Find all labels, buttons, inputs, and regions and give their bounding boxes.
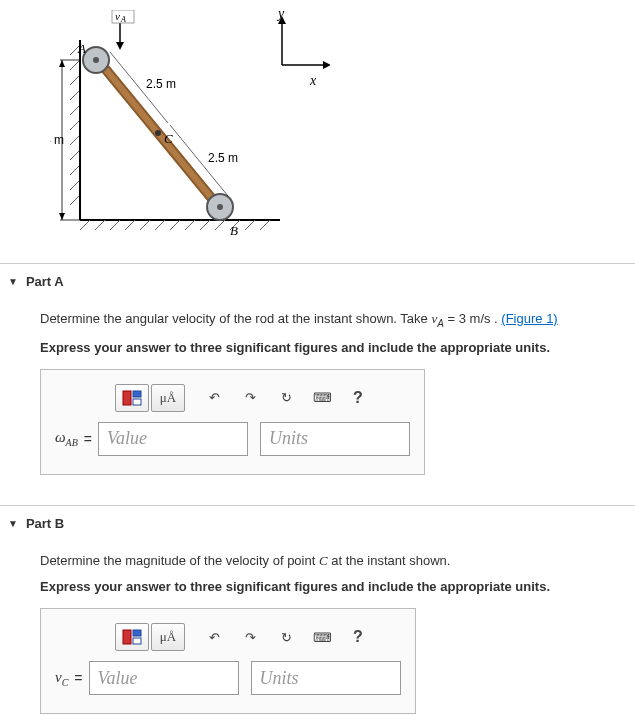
part-a-units-input[interactable]: Units <box>260 422 410 456</box>
part-b-container: ▼ Part B Determine the magnitude of the … <box>0 505 635 724</box>
part-a-container: ▼ Part A Determine the angular velocity … <box>0 263 635 495</box>
svg-marker-44 <box>59 60 65 67</box>
units-button[interactable]: μÅ <box>151 384 185 412</box>
units-button[interactable]: μÅ <box>151 623 185 651</box>
equals-sign: = <box>74 670 82 686</box>
svg-line-13 <box>70 180 80 190</box>
part-a-instruction: Express your answer to three significant… <box>40 340 625 355</box>
axis-y-label: y <box>276 10 285 21</box>
svg-line-7 <box>70 90 80 100</box>
redo-icon[interactable]: ↷ <box>233 623 267 651</box>
part-b-prompt: Determine the magnitude of the velocity … <box>40 551 625 572</box>
redo-icon[interactable]: ↷ <box>233 384 267 412</box>
equals-sign: = <box>84 431 92 447</box>
svg-line-18 <box>95 220 105 230</box>
format-icon[interactable] <box>115 384 149 412</box>
svg-line-25 <box>200 220 210 230</box>
keyboard-icon[interactable]: ⌨ <box>305 623 339 651</box>
svg-line-29 <box>260 220 270 230</box>
svg-rect-50 <box>133 399 141 405</box>
svg-line-28 <box>245 220 255 230</box>
svg-rect-51 <box>123 630 131 644</box>
svg-line-21 <box>140 220 150 230</box>
reset-icon[interactable]: ↻ <box>269 623 303 651</box>
svg-line-9 <box>70 120 80 130</box>
svg-line-14 <box>70 195 80 205</box>
part-b-var-label: vC <box>55 669 68 688</box>
part-a-answer-box: μÅ ↶ ↷ ↻ ⌨ ? ωAB = Value Units <box>40 369 425 475</box>
caret-down-icon: ▼ <box>8 276 18 287</box>
part-a-toolbar: μÅ ↶ ↷ ↻ ⌨ ? <box>115 384 410 412</box>
svg-line-23 <box>170 220 180 230</box>
undo-icon[interactable]: ↶ <box>197 384 231 412</box>
svg-marker-3 <box>323 61 330 69</box>
part-b-title: Part B <box>26 516 64 531</box>
va-label: v <box>115 10 120 22</box>
svg-line-19 <box>110 220 120 230</box>
part-b-units-input[interactable]: Units <box>251 661 401 695</box>
part-a-var-label: ωAB <box>55 429 78 448</box>
svg-line-5 <box>70 60 80 70</box>
dim-upper: 2.5 m <box>146 77 176 91</box>
svg-rect-48 <box>123 391 131 405</box>
svg-line-8 <box>70 105 80 115</box>
point-b-label: B <box>230 223 238 238</box>
part-a-prompt: Determine the angular velocity of the ro… <box>40 309 625 332</box>
svg-line-10 <box>70 135 80 145</box>
part-a-header[interactable]: ▼ Part A <box>0 264 635 299</box>
svg-rect-53 <box>133 638 141 644</box>
part-b-header[interactable]: ▼ Part B <box>0 506 635 541</box>
caret-down-icon: ▼ <box>8 518 18 529</box>
format-icon[interactable] <box>115 623 149 651</box>
svg-line-17 <box>80 220 90 230</box>
svg-point-35 <box>217 204 223 210</box>
help-icon[interactable]: ? <box>341 384 375 412</box>
figure-link[interactable]: (Figure 1) <box>501 311 557 326</box>
part-a-title: Part A <box>26 274 64 289</box>
part-b-value-input[interactable]: Value <box>89 661 239 695</box>
axis-x-label: x <box>309 73 317 88</box>
svg-line-26 <box>215 220 225 230</box>
svg-line-20 <box>125 220 135 230</box>
svg-rect-49 <box>133 391 141 397</box>
svg-line-6 <box>70 75 80 85</box>
part-b-instruction: Express your answer to three significant… <box>40 579 625 594</box>
svg-line-22 <box>155 220 165 230</box>
svg-point-36 <box>155 130 161 136</box>
part-b-toolbar: μÅ ↶ ↷ ↻ ⌨ ? <box>115 623 401 651</box>
svg-line-11 <box>70 150 80 160</box>
part-a-value-input[interactable]: Value <box>98 422 248 456</box>
svg-line-12 <box>70 165 80 175</box>
part-b-answer-box: μÅ ↶ ↷ ↻ ⌨ ? vC = Value Units <box>40 608 416 714</box>
undo-icon[interactable]: ↶ <box>197 623 231 651</box>
svg-text:A: A <box>120 15 126 24</box>
help-icon[interactable]: ? <box>341 623 375 651</box>
svg-line-24 <box>185 220 195 230</box>
point-a-label: A <box>77 41 86 56</box>
dim-vertical: 4 m <box>50 133 64 147</box>
keyboard-icon[interactable]: ⌨ <box>305 384 339 412</box>
dim-lower: 2.5 m <box>208 151 238 165</box>
svg-rect-52 <box>133 630 141 636</box>
point-c-label: C <box>164 131 173 146</box>
svg-marker-45 <box>59 213 65 220</box>
reset-icon[interactable]: ↻ <box>269 384 303 412</box>
svg-point-33 <box>93 57 99 63</box>
problem-figure: y x C A B v A 4 <box>0 0 635 253</box>
svg-marker-38 <box>116 42 124 50</box>
